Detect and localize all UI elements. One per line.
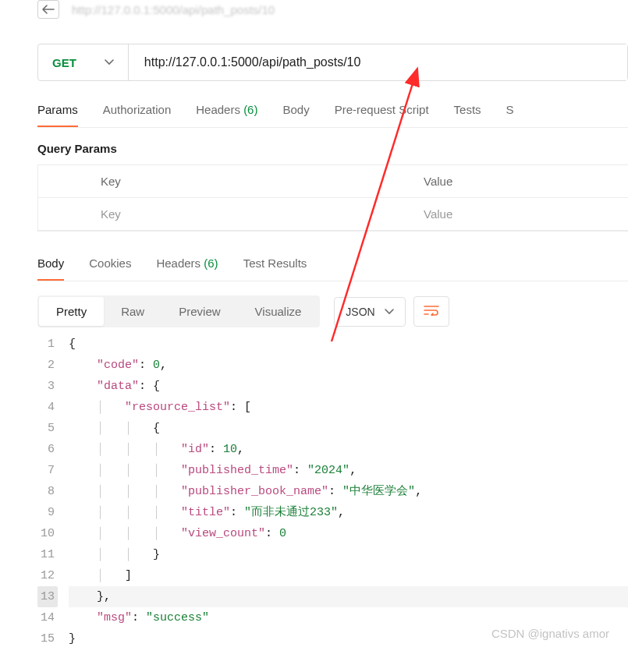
resp-tab-headers[interactable]: Headers (6) [156, 256, 218, 281]
tab-headers[interactable]: Headers (6) [196, 103, 257, 127]
chevron-down-icon [385, 309, 394, 315]
table-row[interactable]: Key Value [38, 198, 628, 231]
tab-tests[interactable]: Tests [454, 103, 481, 127]
key-input[interactable]: Key [38, 198, 413, 231]
request-bar: GET [37, 44, 628, 81]
resp-tab-cookies[interactable]: Cookies [89, 256, 131, 281]
format-preview[interactable]: Preview [161, 297, 237, 326]
tab-settings-partial[interactable]: S [506, 103, 514, 127]
format-raw[interactable]: Raw [104, 297, 161, 326]
back-icon[interactable] [37, 0, 59, 19]
query-params-table: Key Value Key Value [37, 164, 628, 232]
history-breadcrumb: http://127.0.0.1:5000/api/path_posts/10 [37, 0, 628, 25]
col-key: Key [38, 165, 413, 198]
tab-authorization[interactable]: Authorization [103, 103, 172, 127]
tab-params[interactable]: Params [37, 103, 78, 127]
wrap-lines-button[interactable] [413, 296, 449, 327]
method-label: GET [52, 56, 76, 69]
format-group: Pretty Raw Preview Visualize [37, 295, 320, 327]
tab-body[interactable]: Body [282, 103, 309, 127]
line-gutter: 123456789101112131415 [37, 334, 69, 649]
url-input[interactable] [129, 44, 627, 80]
resp-tab-body[interactable]: Body [37, 256, 64, 281]
request-tabs: Params Authorization Headers (6) Body Pr… [37, 103, 628, 128]
response-body[interactable]: 123456789101112131415 { "code": 0, "data… [37, 334, 628, 649]
history-url: http://127.0.0.1:5000/api/path_posts/10 [72, 3, 275, 16]
resp-tab-results[interactable]: Test Results [243, 256, 307, 281]
method-dropdown[interactable]: GET [38, 44, 129, 80]
tab-prerequest[interactable]: Pre-request Script [335, 103, 429, 127]
table-header-row: Key Value [38, 165, 628, 198]
format-bar: Pretty Raw Preview Visualize JSON [37, 295, 628, 327]
value-input[interactable]: Value [413, 198, 628, 231]
format-visualize[interactable]: Visualize [238, 297, 319, 326]
type-dropdown[interactable]: JSON [334, 297, 405, 327]
code-content[interactable]: { "code": 0, "data": { │ "resource_list"… [69, 334, 628, 649]
format-pretty[interactable]: Pretty [39, 297, 104, 326]
query-params-title: Query Params [37, 142, 628, 155]
wrap-icon [424, 305, 439, 316]
response-tabs: Body Cookies Headers (6) Test Results [37, 256, 628, 281]
chevron-down-icon [105, 59, 114, 65]
col-value: Value [413, 165, 628, 198]
